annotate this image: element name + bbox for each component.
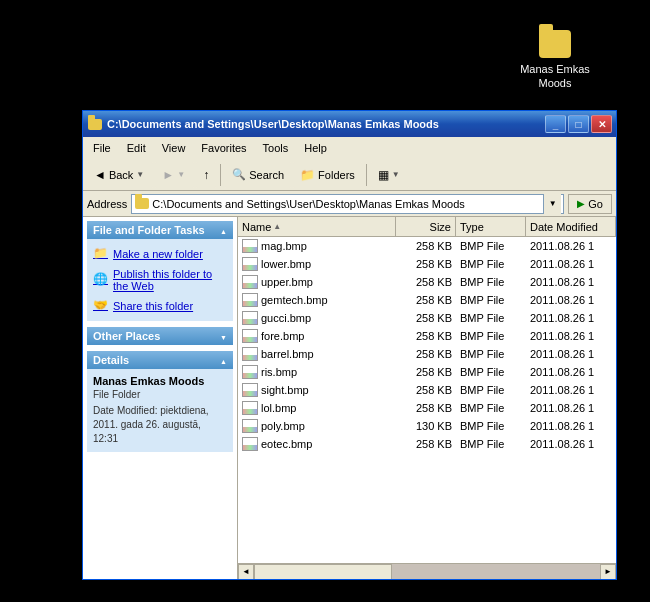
col-header-type[interactable]: Type [456,217,526,236]
menu-favorites[interactable]: Favorites [193,140,254,156]
col-header-name[interactable]: Name ▲ [238,217,396,236]
file-date-cell: 2011.08.26 1 [526,294,616,306]
file-type-cell: BMP File [456,294,526,306]
table-row[interactable]: ris.bmp258 KBBMP File2011.08.26 1 [238,363,616,381]
file-date-cell: 2011.08.26 1 [526,348,616,360]
file-icon [242,419,258,433]
menu-file[interactable]: File [85,140,119,156]
file-size-cell: 258 KB [396,348,456,360]
file-type-cell: BMP File [456,366,526,378]
search-icon: 🔍 [232,168,246,181]
back-arrow-icon: ◄ [94,168,106,182]
publish-link[interactable]: 🌐 Publish this folder to the Web [93,265,227,295]
file-name-cell: eotec.bmp [238,437,396,451]
search-button[interactable]: 🔍 Search [225,162,291,188]
explorer-window: C:\Documents and Settings\User\Desktop\M… [82,110,617,580]
desktop-icon-folder[interactable]: Manas Emkas Moods [520,30,590,91]
address-input-wrap[interactable]: C:\Documents and Settings\User\Desktop\M… [131,194,564,214]
close-button[interactable]: ✕ [591,115,612,133]
file-icon [242,311,258,325]
forward-button[interactable]: ► ▼ [155,162,194,188]
file-size-cell: 130 KB [396,420,456,432]
table-row[interactable]: poly.bmp130 KBBMP File2011.08.26 1 [238,417,616,435]
file-name-cell: lower.bmp [238,257,396,271]
col-header-size[interactable]: Size [396,217,456,236]
up-button[interactable]: ↑ [196,162,216,188]
menu-help[interactable]: Help [296,140,335,156]
back-button[interactable]: ◄ Back ▼ [87,162,153,188]
other-places-header[interactable]: Other Places [87,327,233,345]
file-name-cell: gemtech.bmp [238,293,396,307]
maximize-button[interactable]: □ [568,115,589,133]
other-places-chevron-icon [220,330,227,342]
horizontal-scrollbar[interactable]: ◄ ► [238,563,616,579]
col-header-date[interactable]: Date Modified [526,217,616,236]
details-header[interactable]: Details [87,351,233,369]
file-type-cell: BMP File [456,240,526,252]
table-row[interactable]: eotec.bmp258 KBBMP File2011.08.26 1 [238,435,616,453]
file-name-cell: gucci.bmp [238,311,396,325]
file-type-cell: BMP File [456,420,526,432]
file-icon [242,347,258,361]
scroll-track[interactable] [254,564,600,580]
tasks-section-content: 📁 Make a new folder 🌐 Publish this folde… [87,239,233,321]
details-folder-type: File Folder [93,389,227,400]
window-title: C:\Documents and Settings\User\Desktop\M… [107,118,545,130]
table-row[interactable]: lol.bmp258 KBBMP File2011.08.26 1 [238,399,616,417]
file-size-cell: 258 KB [396,384,456,396]
table-row[interactable]: lower.bmp258 KBBMP File2011.08.26 1 [238,255,616,273]
file-type-cell: BMP File [456,312,526,324]
file-date-cell: 2011.08.26 1 [526,366,616,378]
address-folder-icon [134,196,150,212]
file-name-cell: upper.bmp [238,275,396,289]
table-row[interactable]: sight.bmp258 KBBMP File2011.08.26 1 [238,381,616,399]
table-row[interactable]: gucci.bmp258 KBBMP File2011.08.26 1 [238,309,616,327]
file-name-cell: fore.bmp [238,329,396,343]
file-size-cell: 258 KB [396,438,456,450]
details-date: Date Modified: piektdiena, 2011. gada 26… [93,404,227,446]
address-dropdown-icon[interactable]: ▼ [543,194,561,214]
desktop: Manas Emkas Moods C:\Documents and Setti… [0,0,650,602]
left-panel: File and Folder Tasks 📁 Make a new folde… [83,217,238,579]
file-size-cell: 258 KB [396,402,456,414]
menu-edit[interactable]: Edit [119,140,154,156]
views-button[interactable]: ▦ ▼ [371,162,409,188]
file-icon [242,437,258,451]
menu-view[interactable]: View [154,140,194,156]
file-icon [242,239,258,253]
forward-dropdown-icon: ▼ [177,170,187,179]
scroll-right-button[interactable]: ► [600,564,616,580]
scroll-left-button[interactable]: ◄ [238,564,254,580]
scroll-thumb[interactable] [254,564,392,580]
minimize-button[interactable]: _ [545,115,566,133]
folder-icon [539,30,571,58]
file-icon [242,275,258,289]
file-date-cell: 2011.08.26 1 [526,384,616,396]
file-type-cell: BMP File [456,384,526,396]
folders-button[interactable]: 📁 Folders [293,162,362,188]
file-date-cell: 2011.08.26 1 [526,312,616,324]
menu-tools[interactable]: Tools [255,140,297,156]
toolbar-separator-2 [366,164,367,186]
share-link[interactable]: 🤝 Share this folder [93,295,227,317]
table-row[interactable]: mag.bmp258 KBBMP File2011.08.26 1 [238,237,616,255]
table-row[interactable]: fore.bmp258 KBBMP File2011.08.26 1 [238,327,616,345]
tasks-section-header[interactable]: File and Folder Tasks [87,221,233,239]
publish-icon: 🌐 [93,272,109,288]
file-name-cell: mag.bmp [238,239,396,253]
tasks-chevron-icon [220,224,227,236]
file-type-cell: BMP File [456,258,526,270]
file-icon [242,401,258,415]
file-type-cell: BMP File [456,402,526,414]
file-date-cell: 2011.08.26 1 [526,330,616,342]
table-row[interactable]: gemtech.bmp258 KBBMP File2011.08.26 1 [238,291,616,309]
file-name-cell: sight.bmp [238,383,396,397]
make-folder-link[interactable]: 📁 Make a new folder [93,243,227,265]
file-name-cell: lol.bmp [238,401,396,415]
file-size-cell: 258 KB [396,258,456,270]
go-button[interactable]: ▶ Go [568,194,612,214]
table-row[interactable]: upper.bmp258 KBBMP File2011.08.26 1 [238,273,616,291]
tasks-section-label: File and Folder Tasks [93,224,205,236]
go-arrow-icon: ▶ [577,198,585,209]
table-row[interactable]: barrel.bmp258 KBBMP File2011.08.26 1 [238,345,616,363]
